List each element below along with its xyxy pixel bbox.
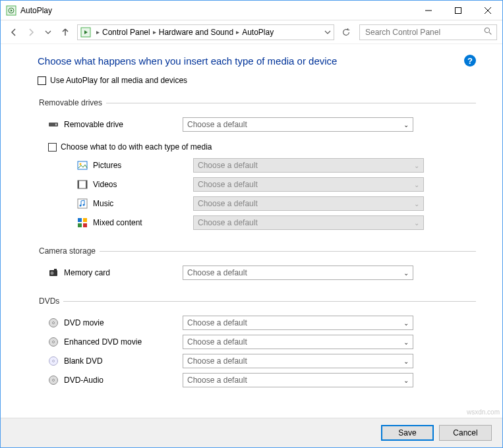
content-area: Choose what happens when you insert each… xyxy=(1,44,502,418)
chevron-right-icon[interactable]: ▸ xyxy=(96,28,100,36)
autoplay-breadcrumb-icon xyxy=(80,27,91,38)
section-removable-drives: Removable drives Removable drive Choose … xyxy=(38,98,476,237)
back-button[interactable] xyxy=(6,24,22,40)
device-label: Memory card xyxy=(64,268,183,277)
svg-rect-22 xyxy=(83,218,87,222)
pictures-icon xyxy=(77,160,88,171)
section-legend: Removable drives xyxy=(38,98,106,107)
mixed-content-combo: Choose a default ⌄ xyxy=(193,215,424,230)
svg-point-19 xyxy=(80,205,82,207)
removable-drive-icon xyxy=(48,119,59,130)
blank-dvd-combo[interactable]: Choose a default ⌄ xyxy=(183,354,413,368)
svg-point-14 xyxy=(80,163,82,165)
window-title: AutoPlay xyxy=(20,6,52,15)
footer-bar: Save Cancel xyxy=(1,418,502,447)
combo-value: Choose a default xyxy=(198,161,258,170)
search-box[interactable] xyxy=(359,24,497,40)
forward-button[interactable] xyxy=(23,24,39,40)
chevron-down-icon: ⌄ xyxy=(403,358,409,365)
enhanced-dvd-combo[interactable]: Choose a default ⌄ xyxy=(183,335,413,349)
svg-rect-16 xyxy=(78,181,79,188)
breadcrumb-mid[interactable]: Hardware and Sound xyxy=(159,28,233,37)
section-legend: Camera storage xyxy=(38,246,100,256)
svg-rect-17 xyxy=(86,181,87,188)
chevron-down-icon: ⌄ xyxy=(414,200,419,208)
chevron-down-icon[interactable] xyxy=(324,26,331,38)
breadcrumb-root[interactable]: Control Panel xyxy=(102,28,150,37)
combo-value: Choose a default xyxy=(198,180,258,189)
svg-point-26 xyxy=(51,271,54,275)
chevron-right-icon[interactable]: ▸ xyxy=(153,28,156,36)
combo-value: Choose a default xyxy=(187,356,247,366)
dvd-movie-combo[interactable]: Choose a default ⌄ xyxy=(183,316,413,330)
svg-rect-23 xyxy=(78,223,82,227)
search-input[interactable] xyxy=(364,27,484,38)
use-autoplay-checkbox[interactable] xyxy=(38,76,46,85)
device-label: DVD-Audio xyxy=(64,376,183,385)
disc-icon xyxy=(48,375,59,385)
svg-point-20 xyxy=(83,204,85,206)
memory-card-icon xyxy=(48,267,59,278)
svg-point-29 xyxy=(53,322,55,324)
svg-rect-27 xyxy=(54,269,57,271)
section-legend: DVDs xyxy=(38,296,63,306)
use-autoplay-label: Use AutoPlay for all media and devices xyxy=(50,76,187,85)
svg-rect-12 xyxy=(55,124,57,126)
svg-point-9 xyxy=(485,28,489,32)
section-camera-storage: Camera storage Memory card Choose a defa… xyxy=(38,246,476,287)
breadcrumb-leaf[interactable]: AutoPlay xyxy=(242,28,274,37)
refresh-button[interactable] xyxy=(338,24,354,40)
media-type-label: Choose what to do with each type of medi… xyxy=(61,142,212,152)
nav-bar: ▸ Control Panel ▸ Hardware and Sound ▸ A… xyxy=(1,20,502,44)
device-label: Removable drive xyxy=(64,120,183,129)
chevron-down-icon: ⌄ xyxy=(403,320,409,327)
device-label: Blank DVD xyxy=(64,356,183,366)
svg-point-35 xyxy=(53,379,55,381)
device-label: DVD movie xyxy=(64,318,183,327)
svg-line-10 xyxy=(489,32,491,34)
autoplay-app-icon xyxy=(6,5,16,16)
chevron-down-icon: ⌄ xyxy=(403,377,409,384)
cancel-button[interactable]: Cancel xyxy=(439,425,492,441)
disc-icon xyxy=(48,356,59,366)
svg-point-33 xyxy=(53,360,55,362)
up-button[interactable] xyxy=(57,24,73,40)
music-combo: Choose a default ⌄ xyxy=(193,196,424,211)
close-button[interactable] xyxy=(473,1,502,20)
search-icon[interactable] xyxy=(484,26,492,38)
svg-rect-4 xyxy=(455,7,461,13)
disc-icon xyxy=(48,337,59,347)
chevron-down-icon: ⌄ xyxy=(403,269,409,277)
videos-icon xyxy=(77,179,88,190)
chevron-down-icon: ⌄ xyxy=(414,162,419,169)
videos-combo: Choose a default ⌄ xyxy=(193,177,424,192)
chevron-right-icon[interactable]: ▸ xyxy=(236,28,239,36)
memory-card-combo[interactable]: Choose a default ⌄ xyxy=(183,266,413,280)
breadcrumb-bar[interactable]: ▸ Control Panel ▸ Hardware and Sound ▸ A… xyxy=(77,24,334,40)
chevron-down-icon: ⌄ xyxy=(414,219,419,227)
chevron-down-icon: ⌄ xyxy=(414,181,419,188)
svg-rect-15 xyxy=(78,181,87,188)
svg-rect-21 xyxy=(78,218,82,222)
media-type-checkbox[interactable] xyxy=(48,143,57,152)
minimize-button[interactable] xyxy=(413,1,443,20)
removable-drive-combo[interactable]: Choose a default ⌄ xyxy=(183,117,413,132)
help-icon[interactable]: ? xyxy=(464,55,476,67)
combo-value: Choose a default xyxy=(187,376,247,385)
combo-value: Choose a default xyxy=(187,337,247,347)
music-icon xyxy=(77,198,88,209)
page-heading: Choose what happens when you insert each… xyxy=(38,55,337,67)
device-label: Videos xyxy=(93,180,193,189)
watermark: wsxdn.com xyxy=(467,408,500,416)
save-button[interactable]: Save xyxy=(381,425,434,441)
recent-locations-button[interactable] xyxy=(40,24,56,40)
svg-rect-24 xyxy=(83,223,87,227)
title-bar: AutoPlay xyxy=(1,1,502,20)
maximize-button[interactable] xyxy=(443,1,473,20)
svg-point-31 xyxy=(53,341,55,343)
device-label: Enhanced DVD movie xyxy=(64,337,183,347)
dvd-audio-combo[interactable]: Choose a default ⌄ xyxy=(183,373,413,387)
combo-value: Choose a default xyxy=(198,199,258,208)
combo-value: Choose a default xyxy=(187,318,247,327)
device-label: Mixed content xyxy=(93,218,193,227)
